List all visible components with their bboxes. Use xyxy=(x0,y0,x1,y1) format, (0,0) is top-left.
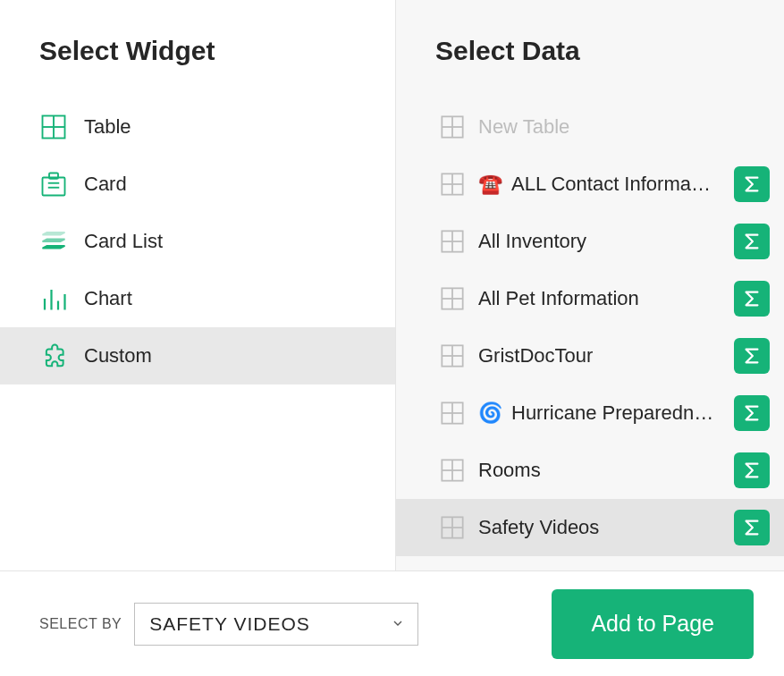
card-icon xyxy=(39,170,68,199)
table-icon xyxy=(439,285,466,312)
select-by-label: SELECT BY xyxy=(39,616,122,632)
sigma-button[interactable] xyxy=(734,338,770,374)
data-item-contact[interactable]: ☎️ALL Contact Information xyxy=(396,156,784,213)
table-icon xyxy=(439,457,466,484)
data-item-inventory[interactable]: All Inventory xyxy=(396,213,784,270)
table-icon xyxy=(439,342,466,369)
widget-item-table[interactable]: Table xyxy=(0,98,395,156)
table-icon xyxy=(439,400,466,427)
data-item-label: New Table xyxy=(478,115,770,139)
data-item-safety[interactable]: Safety Videos xyxy=(396,499,784,556)
table-icon xyxy=(439,514,466,541)
select-data-title: Select Data xyxy=(396,36,784,98)
widget-item-label: Chart xyxy=(84,287,132,310)
widget-item-label: Card xyxy=(84,173,127,196)
chevron-down-icon xyxy=(391,613,405,635)
sigma-button[interactable] xyxy=(734,452,770,488)
add-to-page-button[interactable]: Add to Page xyxy=(552,589,754,659)
data-item-emoji: ☎️ xyxy=(478,173,502,196)
widget-list: Table Card Card List Chart xyxy=(0,98,395,384)
table-icon xyxy=(39,113,68,141)
widget-item-cardlist[interactable]: Card List xyxy=(0,213,395,270)
data-item-new: New Table xyxy=(396,98,784,156)
data-item-label: ALL Contact Information xyxy=(511,173,716,196)
sigma-button[interactable] xyxy=(734,166,770,202)
data-item-label: Hurricane Preparedness xyxy=(511,401,716,425)
data-item-label: GristDocTour xyxy=(478,344,716,368)
table-icon xyxy=(439,228,466,255)
widget-item-label: Card List xyxy=(84,230,163,253)
data-item-pet[interactable]: All Pet Information xyxy=(396,270,784,327)
select-by-value: SAFETY VIDEOS xyxy=(149,613,310,635)
svg-rect-4 xyxy=(49,173,58,179)
footer: SELECT BY SAFETY VIDEOS Add to Page xyxy=(0,570,784,676)
select-widget-title: Select Widget xyxy=(0,36,395,98)
cardlist-icon xyxy=(39,227,68,256)
data-item-grist[interactable]: GristDocTour xyxy=(396,327,784,384)
data-list: New Table☎️ALL Contact InformationAll In… xyxy=(396,98,784,556)
sigma-button[interactable] xyxy=(734,395,770,431)
chart-icon xyxy=(39,284,68,313)
data-item-label: Safety Videos xyxy=(478,516,716,539)
data-item-label: Rooms xyxy=(478,459,716,482)
table-icon xyxy=(439,171,466,198)
data-item-emoji: 🌀 xyxy=(478,401,502,425)
select-by-dropdown[interactable]: SAFETY VIDEOS xyxy=(134,603,418,646)
widget-item-custom[interactable]: Custom xyxy=(0,327,395,384)
widget-item-chart[interactable]: Chart xyxy=(0,270,395,327)
main-area: Select Widget Table Card Card List xyxy=(0,0,784,570)
widget-item-label: Table xyxy=(84,115,131,139)
sigma-button[interactable] xyxy=(734,224,770,259)
data-item-rooms[interactable]: Rooms xyxy=(396,442,784,499)
custom-icon xyxy=(39,342,68,370)
widget-item-label: Custom xyxy=(84,344,152,368)
sigma-button[interactable] xyxy=(734,281,770,317)
data-item-label: All Pet Information xyxy=(478,287,716,310)
widget-item-card[interactable]: Card xyxy=(0,156,395,213)
table-icon xyxy=(439,114,466,140)
svg-rect-3 xyxy=(43,178,65,196)
data-item-hurricane[interactable]: 🌀Hurricane Preparedness xyxy=(396,384,784,442)
select-data-panel: Select Data New Table☎️ALL Contact Infor… xyxy=(396,0,784,570)
sigma-button[interactable] xyxy=(734,510,770,545)
select-widget-panel: Select Widget Table Card Card List xyxy=(0,0,396,570)
data-item-label: All Inventory xyxy=(478,230,716,253)
